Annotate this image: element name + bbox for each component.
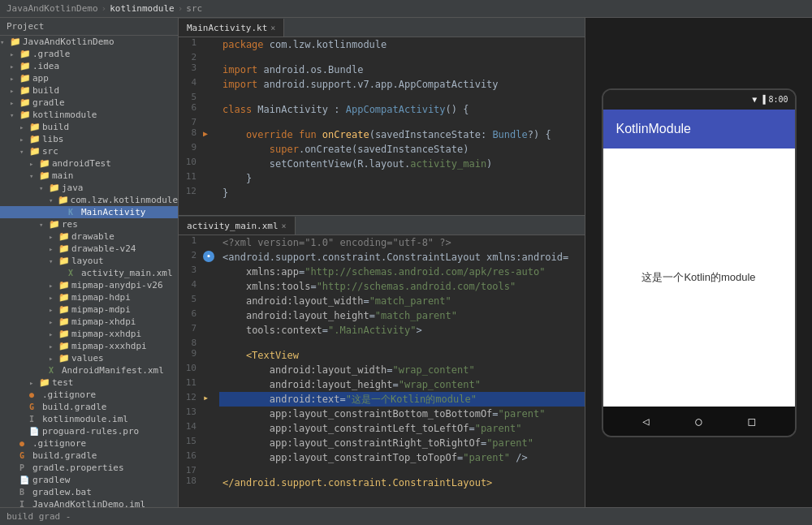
breadcrumb-src[interactable]: src (186, 3, 202, 14)
sidebar-item-androidmanifest[interactable]: X AndroidManifest.xml (0, 364, 178, 377)
code-line: 6 android:layout_height="match_parent" (179, 308, 585, 323)
tree-arrow: ▸ (29, 160, 39, 168)
line-code: android:layout_width="match_parent" (219, 294, 585, 308)
sidebar-item-mipmap-anydpi-v26[interactable]: ▸📁 mipmap-anydpi-v26 (0, 279, 178, 291)
phone-app-bar: KotlinModule (603, 110, 795, 148)
line-number: 15 (179, 436, 203, 450)
tree-arrow: ▸ (49, 318, 58, 326)
sidebar-item-layout[interactable]: ▾📁 layout (0, 255, 178, 267)
sidebar-item-gradle-root[interactable]: ▸📁 .gradle (0, 48, 178, 60)
folder-icon: 📁 (19, 61, 32, 71)
code-line: 3 xmlns:app="http://schemas.android.com/… (179, 265, 585, 279)
sidebar-item-main[interactable]: ▾📁 main (0, 170, 178, 182)
sidebar-item-proguard-rules[interactable]: 📄 proguard-rules.pro (0, 425, 178, 437)
sidebar-item-androidTest[interactable]: ▸📁 androidTest (0, 157, 178, 170)
sidebar-item-mipmap-xxxhdpi[interactable]: ▸📁 mipmap-xxxhdpi (0, 340, 178, 352)
tree-arrow: ▸ (19, 136, 29, 144)
line-number: 9 (179, 348, 203, 363)
folder-icon: 📁 (19, 85, 32, 96)
tab-activity-main-xml[interactable]: activity_main.xml × (179, 217, 296, 235)
sidebar-item-test[interactable]: ▸📁 test (0, 377, 178, 389)
folder-icon: 📁 (19, 73, 32, 84)
line-number: 2 (179, 250, 203, 265)
line-number: 6 (179, 308, 203, 323)
sidebar-item-build-km[interactable]: ▸📁 build (0, 121, 178, 133)
tree-arrow: ▸ (49, 233, 58, 241)
line-gutter (203, 465, 219, 476)
main-area: Project ▾📁 JavaAndKotlinDemo▸📁 .gradle▸📁… (0, 18, 812, 507)
tree-arrow: ▸ (49, 355, 58, 363)
tree-item-label: src (42, 146, 58, 157)
phone-status-bar: ▼ ▐ 8:00 (603, 90, 795, 110)
sidebar-item-com.lzw.kotlinmodule[interactable]: ▾📁 com.lzw.kotlinmodule (0, 194, 178, 206)
folder-icon: 📁 (58, 316, 71, 327)
sidebar-item-gradlew-bat[interactable]: B gradlew.bat (0, 486, 178, 498)
line-code: tools:context=".MainActivity"> (219, 323, 585, 338)
tree-arrow: ▾ (10, 111, 19, 119)
sidebar-item-build-gradle-km[interactable]: G build.gradle (0, 401, 178, 413)
folder-icon: 📁 (58, 292, 71, 303)
tab-close-xml[interactable]: × (282, 222, 287, 230)
sidebar: Project ▾📁 JavaAndKotlinDemo▸📁 .gradle▸📁… (0, 18, 179, 507)
nav-home-button[interactable]: ○ (695, 415, 702, 428)
line-gutter (203, 77, 219, 92)
line-gutter (203, 436, 219, 450)
sidebar-item-mipmap-xhdpi[interactable]: ▸📁 mipmap-xhdpi (0, 316, 178, 328)
file-icon: X (49, 366, 62, 375)
line-code: app:layout_constraintRight_toRightOf="pa… (219, 436, 585, 450)
sidebar-item-gradlew[interactable]: 📄 gradlew (0, 474, 178, 486)
sidebar-item-activity-main-xml[interactable]: X activity_main.xml (0, 267, 178, 279)
line-code: android:layout_height="match_parent" (219, 308, 585, 323)
sidebar-item-mipmap-mdpi[interactable]: ▸📁 mipmap-mdpi (0, 303, 178, 316)
sidebar-item-mainactivity[interactable]: K MainActivity (0, 206, 178, 218)
tab-label: MainActivity.kt (187, 23, 267, 33)
sidebar-item-src[interactable]: ▾📁 src (0, 145, 178, 157)
line-number: 1 (179, 235, 203, 250)
editor-xml[interactable]: 1<?xml version="1.0" encoding="utf-8" ?>… (179, 235, 585, 507)
line-gutter (203, 450, 219, 465)
folder-icon: 📁 (49, 219, 62, 230)
nav-back-button[interactable]: ◁ (642, 415, 649, 428)
sidebar-item-drawable[interactable]: ▸📁 drawable (0, 230, 178, 243)
sidebar-item-build-gradle-root[interactable]: G build.gradle (0, 450, 178, 462)
line-number: 18 (179, 476, 203, 490)
sidebar-item-javaandkotlindemo-iml[interactable]: I JavaAndKotlinDemo.iml (0, 498, 178, 507)
sidebar-item-kotlinmodule-iml[interactable]: I kotlinmodule.iml (0, 413, 178, 425)
tree-arrow: ▾ (0, 38, 10, 46)
sidebar-item-javaandkotlindemo[interactable]: ▾📁 JavaAndKotlinDemo (0, 36, 178, 48)
tree-item-label: .gradle (32, 49, 70, 59)
sidebar-item-gradle-props[interactable]: P gradle.properties (0, 462, 178, 474)
sidebar-item-gradle[interactable]: ▸📁 gradle (0, 97, 178, 109)
sidebar-item-drawable-v24[interactable]: ▸📁 drawable-v24 (0, 243, 178, 255)
sidebar-item-gitignore-root[interactable]: ● .gitignore (0, 437, 178, 450)
tab-close[interactable]: × (270, 24, 275, 32)
sidebar-item-gitignore-km[interactable]: ● .gitignore (0, 389, 178, 401)
tree-item-label: drawable-v24 (71, 243, 136, 254)
sidebar-item-mipmap-xxhdpi[interactable]: ▸📁 mipmap-xxhdpi (0, 328, 178, 340)
tab-mainactivity-kt[interactable]: MainActivity.kt × (179, 19, 284, 37)
tree-item-label: activity_main.xml (81, 268, 173, 278)
folder-icon: 📁 (39, 377, 52, 388)
sidebar-item-libs[interactable]: ▸📁 libs (0, 133, 178, 145)
sidebar-item-build-root[interactable]: ▸📁 build (0, 84, 178, 97)
sidebar-item-values[interactable]: ▸📁 values (0, 352, 178, 364)
line-code: } (219, 171, 585, 186)
sidebar-item-idea[interactable]: ▸📁 .idea (0, 60, 178, 72)
tree-item-label: com.lzw.kotlinmodule (71, 195, 178, 205)
folder-icon: 📁 (58, 280, 71, 290)
line-code (219, 52, 585, 62)
tree-item-label: mipmap-hdpi (71, 292, 131, 303)
breadcrumb-project[interactable]: JavaAndKotlinDemo (6, 3, 98, 14)
file-tree: ▾📁 JavaAndKotlinDemo▸📁 .gradle▸📁 .idea▸📁… (0, 36, 178, 507)
sidebar-item-kotlinmodule[interactable]: ▾📁 kotlinmodule (0, 109, 178, 121)
sidebar-item-app[interactable]: ▸📁 app (0, 72, 178, 84)
tree-item-label: build.gradle (32, 450, 97, 461)
nav-recent-button[interactable]: □ (749, 415, 755, 428)
code-table-xml: 1<?xml version="1.0" encoding="utf-8" ?>… (179, 235, 585, 490)
sidebar-item-res[interactable]: ▾📁 res (0, 218, 178, 230)
sidebar-item-mipmap-hdpi[interactable]: ▸📁 mipmap-hdpi (0, 291, 178, 303)
sidebar-item-java[interactable]: ▾📁 java (0, 182, 178, 194)
breadcrumb-module[interactable]: kotlinmodule (110, 3, 174, 14)
editor-mainactivity[interactable]: 1package com.lzw.kotlinmodule23import an… (179, 37, 585, 216)
line-code: class MainActivity : AppCompatActivity()… (219, 102, 585, 117)
